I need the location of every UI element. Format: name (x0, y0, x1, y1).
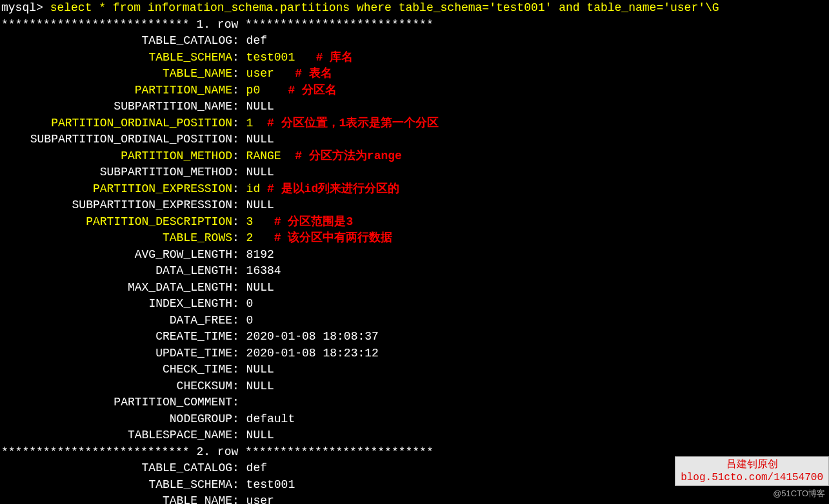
field-separator: : (232, 84, 246, 97)
field-separator: : (232, 215, 246, 228)
field-value: user (246, 67, 295, 80)
field-separator: : (232, 494, 246, 504)
field-label: CHECKSUM (1, 378, 232, 395)
field-label: SUBPARTITION_EXPRESSION (1, 197, 232, 214)
annotation: # 分区范围是3 (274, 215, 353, 228)
field-value: 16384 (246, 264, 281, 277)
field-label: DATA_LENGTH (1, 263, 232, 280)
field-row: DATA_LENGTH: 16384 (1, 263, 828, 280)
field-row: PARTITION_NAME: p0 # 分区名 (1, 82, 828, 99)
field-value: user (246, 494, 274, 504)
field-value: test001 (246, 478, 295, 491)
annotation: # 分区名 (288, 84, 337, 97)
field-separator: : (232, 314, 246, 327)
field-label: PARTITION_METHOD (1, 148, 232, 165)
stars-left: *************************** (1, 18, 196, 31)
field-row: TABLE_SCHEMA: test001 # 库名 (1, 50, 828, 66)
field-label: PARTITION_NAME (1, 82, 232, 99)
field-separator: : (232, 150, 246, 162)
row-number: 1. row (196, 18, 245, 31)
field-row: INDEX_LENGTH: 0 (1, 296, 828, 313)
field-separator: : (232, 461, 246, 474)
field-label: PARTITION_ORDINAL_POSITION (1, 115, 232, 132)
prompt-line[interactable]: mysql> select * from information_schema.… (1, 0, 828, 17)
field-value: NULL (246, 363, 274, 376)
field-value: id (246, 182, 267, 195)
field-label: MAX_DATA_LENGTH (1, 280, 232, 296)
field-value: 0 (246, 297, 254, 310)
watermark-site: @51CTO博客 (773, 485, 825, 502)
field-value: 2 (246, 231, 274, 244)
field-label: TABLESPACE_NAME (1, 427, 232, 444)
field-separator: : (232, 248, 246, 261)
field-value: 0 (246, 314, 254, 327)
field-row: CHECKSUM: NULL (1, 378, 828, 395)
field-separator: : (232, 166, 246, 179)
field-separator: : (232, 231, 246, 244)
field-label: PARTITION_DESCRIPTION (1, 214, 232, 231)
mysql-prompt: mysql> (1, 1, 50, 14)
field-row: TABLE_CATALOG: def (1, 33, 828, 50)
field-separator: : (232, 363, 246, 376)
field-row: MAX_DATA_LENGTH: NULL (1, 280, 828, 296)
field-separator: : (232, 34, 246, 47)
watermark-box: 吕建钊原创 blog.51cto.com/14154700 (675, 456, 829, 486)
field-value: NULL (246, 281, 274, 294)
annotation: # 该分区中有两行数据 (274, 231, 393, 244)
field-separator: : (232, 478, 246, 491)
field-row: PARTITION_DESCRIPTION: 3 # 分区范围是3 (1, 214, 828, 231)
annotation: # 分区位置，1表示是第一个分区 (267, 117, 439, 130)
field-label: TABLE_NAME (1, 493, 232, 504)
field-value: NULL (246, 380, 274, 393)
watermark-author: 吕建钊原创 (681, 458, 823, 471)
field-value: RANGE (246, 150, 295, 162)
field-row: SUBPARTITION_NAME: NULL (1, 99, 828, 115)
field-row: PARTITION_COMMENT: (1, 394, 828, 411)
field-label: CHECK_TIME (1, 362, 232, 378)
field-row: PARTITION_EXPRESSION: id # 是以id列来进行分区的 (1, 181, 828, 198)
field-row: PARTITION_ORDINAL_POSITION: 1 # 分区位置，1表示… (1, 115, 828, 132)
field-value: NULL (246, 199, 274, 211)
stars-right: *************************** (245, 18, 434, 31)
field-row: PARTITION_METHOD: RANGE # 分区方法为range (1, 148, 828, 165)
field-value: p0 (246, 84, 288, 97)
field-label: TABLE_CATALOG (1, 33, 232, 50)
field-label: TABLE_SCHEMA (1, 50, 232, 66)
annotation: # 表名 (295, 67, 332, 80)
field-label: PARTITION_EXPRESSION (1, 181, 232, 198)
field-row: UPDATE_TIME: 2020-01-08 18:23:12 (1, 345, 828, 362)
field-value: NULL (246, 100, 274, 113)
field-value: NULL (246, 166, 274, 179)
stars-right: *************************** (245, 445, 434, 458)
field-value: def (246, 461, 267, 474)
field-label: SUBPARTITION_ORDINAL_POSITION (1, 131, 232, 148)
field-separator: : (232, 297, 246, 310)
field-separator: : (232, 380, 246, 393)
field-value: 8192 (246, 248, 274, 261)
field-value: default (246, 412, 295, 425)
row1-fields: TABLE_CATALOG: defTABLE_SCHEMA: test001 … (1, 33, 828, 444)
field-value: NULL (246, 429, 274, 441)
field-label: TABLE_ROWS (1, 230, 232, 247)
field-separator: : (232, 117, 246, 130)
field-row: CHECK_TIME: NULL (1, 362, 828, 378)
annotation: # 分区方法为range (295, 150, 402, 162)
field-label: PARTITION_COMMENT (1, 394, 232, 411)
field-row: SUBPARTITION_ORDINAL_POSITION: NULL (1, 131, 828, 148)
field-separator: : (232, 182, 246, 195)
field-label: CREATE_TIME (1, 329, 232, 345)
field-separator: : (232, 67, 246, 80)
sql-command: select * from information_schema.partiti… (50, 1, 719, 14)
field-value: def (246, 34, 267, 47)
field-separator: : (232, 100, 246, 113)
field-separator: : (232, 347, 246, 360)
watermark-url: blog.51cto.com/14154700 (681, 471, 823, 484)
stars-left: *************************** (1, 445, 196, 458)
field-separator: : (232, 133, 246, 146)
field-row: TABLE_ROWS: 2 # 该分区中有两行数据 (1, 230, 828, 247)
field-row: CREATE_TIME: 2020-01-08 18:08:37 (1, 329, 828, 345)
field-separator: : (232, 429, 246, 441)
terminal-output: mysql> select * from information_schema.… (1, 0, 828, 504)
field-separator: : (232, 281, 246, 294)
field-separator: : (232, 51, 246, 64)
